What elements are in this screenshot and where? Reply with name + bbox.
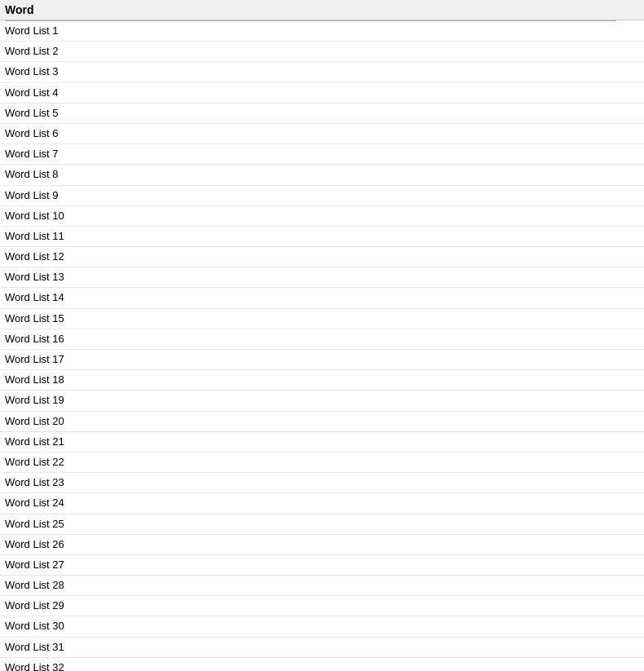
- list-item[interactable]: Word List 5: [0, 104, 644, 124]
- list-item[interactable]: Word List 17: [0, 350, 644, 370]
- list-item[interactable]: Word List 24: [0, 493, 644, 514]
- list-item[interactable]: Word List 26: [0, 535, 644, 555]
- list-item[interactable]: Word List 8: [0, 165, 644, 185]
- list-item[interactable]: Word List 28: [0, 576, 644, 596]
- header-row: Word: [0, 0, 644, 20]
- list-item[interactable]: Word List 29: [0, 596, 644, 616]
- list-item[interactable]: Word List 22: [0, 452, 644, 473]
- list-item[interactable]: Word List 12: [0, 247, 644, 267]
- list-item[interactable]: Word List 27: [0, 555, 644, 576]
- list-item[interactable]: Word List 19: [0, 391, 644, 411]
- list-item[interactable]: Word List 3: [0, 62, 644, 82]
- list-item[interactable]: Word List 18: [0, 370, 644, 391]
- list-item[interactable]: Word List 1: [0, 21, 644, 42]
- list-item[interactable]: Word List 4: [0, 83, 644, 104]
- list-item[interactable]: Word List 9: [0, 186, 644, 206]
- list-item[interactable]: Word List 25: [0, 514, 644, 535]
- word-header: Word: [5, 3, 34, 16]
- list-item[interactable]: Word List 20: [0, 412, 644, 432]
- list-item[interactable]: Word List 15: [0, 309, 644, 329]
- list-item[interactable]: Word List 2: [0, 42, 644, 62]
- list-item[interactable]: Word List 10: [0, 206, 644, 227]
- main-container: Word Word List 1Word List 2Word List 3Wo…: [0, 0, 644, 671]
- list-item[interactable]: Word List 23: [0, 473, 644, 493]
- list-item[interactable]: Word List 16: [0, 329, 644, 350]
- word-list-container: Word List 1Word List 2Word List 3Word Li…: [0, 21, 644, 671]
- list-item[interactable]: Word List 31: [0, 638, 644, 658]
- list-item[interactable]: Word List 14: [0, 288, 644, 308]
- list-item[interactable]: Word List 6: [0, 124, 644, 144]
- list-item[interactable]: Word List 11: [0, 227, 644, 247]
- list-item[interactable]: Word List 21: [0, 432, 644, 452]
- list-item[interactable]: Word List 7: [0, 144, 644, 165]
- list-item[interactable]: Word List 32: [0, 658, 644, 671]
- list-item[interactable]: Word List 30: [0, 616, 644, 637]
- list-item[interactable]: Word List 13: [0, 267, 644, 288]
